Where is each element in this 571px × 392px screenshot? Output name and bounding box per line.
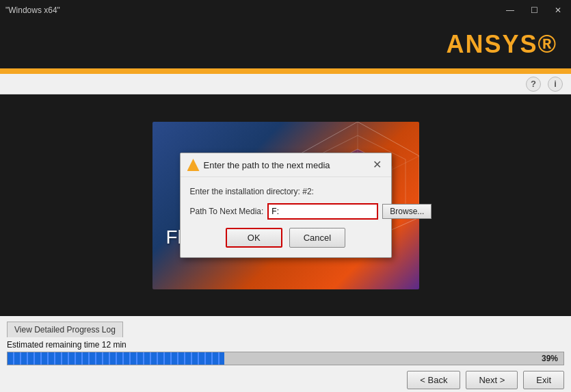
ansys-logo-registered: ® xyxy=(537,30,557,58)
progress-percent-text: 39% xyxy=(542,354,558,363)
header-icons-row: ? i xyxy=(0,74,571,94)
progress-bar-container: 39% xyxy=(7,352,564,365)
dialog-close-button[interactable]: ✕ xyxy=(370,159,384,170)
info-icon-button[interactable]: i xyxy=(548,77,563,92)
footer-buttons: < Back Next > Exit xyxy=(7,371,564,389)
title-bar: "Windows x64" — ☐ ✕ xyxy=(0,0,571,21)
exit-button[interactable]: Exit xyxy=(523,371,564,389)
window-title: "Windows x64" xyxy=(5,5,60,15)
close-window-button[interactable]: ✕ xyxy=(550,4,566,16)
modal-overlay: Enter the path to the next media ✕ Enter… xyxy=(0,94,571,316)
minimize-button[interactable]: — xyxy=(502,4,518,16)
header-bar: ANSYS® xyxy=(0,21,571,68)
window-controls: — ☐ ✕ xyxy=(502,4,566,16)
browse-button[interactable]: Browse... xyxy=(382,204,431,219)
main-content: Fluids Enter the path to the next media xyxy=(0,94,571,316)
ansys-warning-icon xyxy=(187,159,200,171)
maximize-button[interactable]: ☐ xyxy=(527,4,542,16)
help-icon-button[interactable]: ? xyxy=(526,77,541,92)
estimated-time-text: Estimated remaining time 12 min xyxy=(7,340,564,350)
dialog-subtitle: Enter the installation directory: #2: xyxy=(190,187,382,196)
dialog-title-text: Enter the path to the next media xyxy=(204,160,330,170)
ansys-logo-text: ANSYS xyxy=(446,30,537,58)
media-path-dialog: Enter the path to the next media ✕ Enter… xyxy=(180,153,392,258)
path-input[interactable] xyxy=(267,203,378,220)
back-button[interactable]: < Back xyxy=(407,371,460,389)
progress-log-button[interactable]: View Detailed Progress Log xyxy=(7,322,123,337)
app-window: ANSYS® ? i Fluids xyxy=(0,21,571,392)
dialog-body: Enter the installation directory: #2: Pa… xyxy=(181,177,391,257)
dialog-title-left: Enter the path to the next media xyxy=(187,159,330,171)
path-field-row: Path To Next Media: Browse... xyxy=(190,203,382,220)
next-button[interactable]: Next > xyxy=(466,371,518,389)
ok-button[interactable]: OK xyxy=(226,228,282,248)
ansys-logo: ANSYS® xyxy=(446,30,557,59)
cancel-button[interactable]: Cancel xyxy=(289,228,345,248)
yellow-stripe xyxy=(0,68,571,74)
dialog-titlebar: Enter the path to the next media ✕ xyxy=(181,153,391,177)
path-label: Path To Next Media: xyxy=(190,207,264,216)
bottom-area: View Detailed Progress Log Estimated rem… xyxy=(0,316,571,392)
progress-bar-fill xyxy=(8,352,224,365)
dialog-button-row: OK Cancel xyxy=(190,228,382,248)
